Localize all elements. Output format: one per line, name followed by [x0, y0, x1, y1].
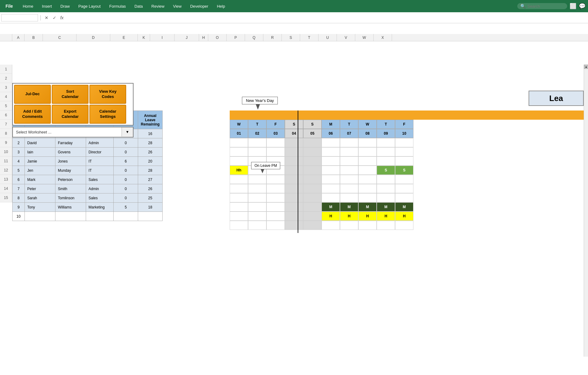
cell-firstname[interactable]: Sarah: [25, 193, 55, 203]
add-edit-comments-button[interactable]: Add / EditComments: [14, 105, 51, 124]
cal-tony-09-h[interactable]: H: [377, 212, 395, 221]
col-header-A[interactable]: A: [12, 34, 24, 41]
col-header-P[interactable]: P: [227, 34, 245, 41]
cal-anna-05[interactable]: [303, 138, 322, 147]
cell-taken[interactable]: 0: [114, 166, 138, 175]
cell-firstname[interactable]: David: [25, 138, 55, 148]
cell-dept[interactable]: Director: [86, 148, 114, 157]
cell-firstname[interactable]: Jamie: [25, 157, 55, 166]
comment-icon[interactable]: 💬: [579, 3, 586, 9]
tab-developer[interactable]: Developer: [186, 0, 213, 12]
cell-lastname[interactable]: Williams: [55, 203, 86, 212]
cell-firstname[interactable]: Peter: [25, 184, 55, 193]
col-header-Q[interactable]: Q: [245, 34, 263, 41]
cell-dept[interactable]: [86, 212, 114, 221]
view-key-codes-button[interactable]: View KeyCodes: [89, 85, 126, 104]
cal-anna-08[interactable]: [358, 138, 377, 147]
cal-david-07[interactable]: [340, 147, 358, 156]
cell-remaining[interactable]: 25: [138, 193, 163, 203]
scroll-up-button[interactable]: ▲: [584, 65, 588, 69]
col-header-K[interactable]: K: [138, 34, 150, 41]
cal-david-01[interactable]: [230, 147, 248, 156]
formula-input[interactable]: Hh: [66, 15, 587, 20]
cell-dept[interactable]: Admin: [86, 184, 114, 193]
col-header-S[interactable]: S: [282, 34, 300, 41]
cell-id[interactable]: 5: [13, 166, 25, 175]
cal-sarah-10-m[interactable]: M: [395, 202, 413, 212]
export-calendar-button[interactable]: ExportCalendar: [52, 105, 89, 124]
cell-lastname[interactable]: Farraday: [55, 138, 86, 148]
cell-dept[interactable]: Sales: [86, 175, 114, 184]
col-header-J[interactable]: J: [175, 34, 199, 41]
cell-remaining[interactable]: 28: [138, 138, 163, 148]
cell-firstname[interactable]: Iain: [25, 148, 55, 157]
cal-anna-10[interactable]: [395, 138, 413, 147]
cell-taken[interactable]: 0: [114, 175, 138, 184]
tab-data[interactable]: Data: [130, 0, 147, 12]
cal-anna-09[interactable]: [377, 138, 395, 147]
col-header-E[interactable]: E: [110, 34, 138, 41]
cell-dept[interactable]: IT: [86, 157, 114, 166]
cell-remaining[interactable]: 20: [138, 157, 163, 166]
cal-tony-08-h[interactable]: H: [358, 212, 377, 221]
cell-taken[interactable]: 0: [114, 148, 138, 157]
cell-dept[interactable]: Sales: [86, 193, 114, 203]
col-header-R[interactable]: R: [263, 34, 282, 41]
col-header-W[interactable]: W: [355, 34, 374, 41]
sort-calendar-button[interactable]: SortCalendar: [52, 85, 89, 104]
cal-david-08[interactable]: [358, 147, 377, 156]
cell-dept[interactable]: Marketing: [86, 203, 114, 212]
col-header-O[interactable]: O: [208, 34, 227, 41]
cal-jamie-01-hh[interactable]: Hh: [230, 166, 248, 175]
cell-lastname[interactable]: Munday: [55, 166, 86, 175]
cell-id[interactable]: 6: [13, 175, 25, 184]
vertical-scrollbar[interactable]: ▲ ▼: [584, 65, 588, 357]
cell-lastname[interactable]: [55, 212, 86, 221]
cancel-formula-button[interactable]: ✕: [43, 15, 50, 20]
cal-tony-07-h[interactable]: H: [340, 212, 358, 221]
cal-david-04[interactable]: [285, 147, 303, 156]
cal-anna-03[interactable]: [266, 138, 285, 147]
search-input[interactable]: [527, 4, 564, 9]
cal-sarah-06-m[interactable]: M: [322, 202, 340, 212]
tab-insert[interactable]: Insert: [38, 0, 56, 12]
tab-view[interactable]: View: [169, 0, 186, 12]
col-header-T[interactable]: T: [300, 34, 318, 41]
cal-david-06[interactable]: [322, 147, 340, 156]
cell-remaining[interactable]: 26: [138, 184, 163, 193]
jul-dec-button[interactable]: Jul-Dec: [14, 85, 51, 104]
cell-id[interactable]: 2: [13, 138, 25, 148]
calendar-settings-button[interactable]: CalendarSettings: [89, 105, 126, 124]
cal-anna-01[interactable]: [230, 138, 248, 147]
cell-firstname[interactable]: Tony: [25, 203, 55, 212]
cell-remaining[interactable]: 27: [138, 175, 163, 184]
col-header-V[interactable]: V: [337, 34, 355, 41]
file-tab[interactable]: File: [0, 0, 18, 12]
cal-jamie-09-s[interactable]: S: [377, 166, 395, 175]
col-header-X[interactable]: X: [374, 34, 392, 41]
col-header-U[interactable]: U: [318, 34, 337, 41]
cell-taken[interactable]: 0: [114, 193, 138, 203]
cell-id[interactable]: 7: [13, 184, 25, 193]
cal-david-09[interactable]: [377, 147, 395, 156]
cell-firstname[interactable]: Mark: [25, 175, 55, 184]
cal-anna-04[interactable]: [285, 138, 303, 147]
cal-david-03[interactable]: [266, 147, 285, 156]
tab-home[interactable]: Home: [18, 0, 38, 12]
cell-lastname[interactable]: Govens: [55, 148, 86, 157]
cal-sarah-09-m[interactable]: M: [377, 202, 395, 212]
cell-lastname[interactable]: Peterson: [55, 175, 86, 184]
cell-remaining[interactable]: 18: [138, 203, 163, 212]
cell-taken[interactable]: 5: [114, 203, 138, 212]
cal-sarah-08-m[interactable]: M: [358, 202, 377, 212]
cal-anna-06[interactable]: [322, 138, 340, 147]
cell-firstname[interactable]: Jen: [25, 166, 55, 175]
confirm-formula-button[interactable]: ✓: [51, 15, 58, 20]
cell-remaining[interactable]: [138, 212, 163, 221]
cal-jamie-10-s[interactable]: S: [395, 166, 413, 175]
cal-tony-10-h[interactable]: H: [395, 212, 413, 221]
cal-tony-06-h[interactable]: H: [322, 212, 340, 221]
tab-help[interactable]: Help: [213, 0, 229, 12]
tab-draw[interactable]: Draw: [56, 0, 74, 12]
cell-dept[interactable]: Admin: [86, 138, 114, 148]
